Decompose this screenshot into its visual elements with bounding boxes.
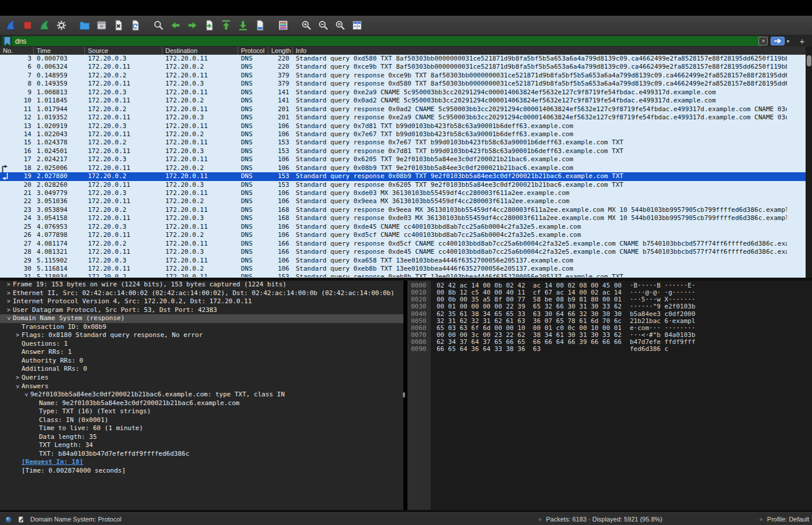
packet-row-21[interactable]: 213.049779172.20.0.3172.20.0.11DNS106Sta… [0, 189, 806, 197]
status-profile[interactable]: Profile: Default [760, 513, 809, 525]
detail-row[interactable]: Additional RRs: 0 [0, 365, 403, 374]
packet-row-18[interactable]: 182.025006172.20.0.11172.20.0.2DNS106Sta… [0, 164, 806, 172]
start-capture-button[interactable] [2, 17, 19, 34]
scrollbar-thumb[interactable] [807, 55, 811, 66]
first-packet-button[interactable] [218, 17, 235, 34]
packet-row-14[interactable]: 141.022043172.20.0.11172.20.0.2DNS106Sta… [0, 130, 806, 139]
detail-row[interactable]: Data length: 35 [0, 433, 403, 442]
packet-row-12[interactable]: 121.019352172.20.0.11172.20.0.3DNS201Sta… [0, 113, 806, 122]
tree-expanded-icon[interactable]: > [13, 382, 22, 391]
packet-row-7[interactable]: 70.148959172.20.0.2172.20.0.11DNS379Stan… [0, 72, 806, 80]
packet-row-15[interactable]: 151.024378172.20.0.2172.20.0.11DNS153Sta… [0, 139, 806, 147]
packet-row-24[interactable]: 243.054158172.20.0.11172.20.0.3DNS168Sta… [0, 214, 806, 222]
detail-row[interactable]: >Domain Name System (response) [0, 314, 403, 323]
save-file-button[interactable] [93, 17, 110, 34]
apply-dropdown-caret[interactable]: ▾ [786, 38, 789, 44]
column-header-time[interactable]: Time [33, 47, 84, 55]
close-file-button[interactable] [110, 17, 127, 34]
detail-row[interactable]: >Answers [0, 382, 403, 391]
column-header-length[interactable]: Length [268, 47, 292, 55]
tree-collapsed-icon[interactable]: > [5, 289, 13, 298]
packet-row-6[interactable]: 60.006324172.20.0.11172.20.0.2DNS220Stan… [0, 63, 806, 71]
packet-row-30[interactable]: 305.116814172.20.0.11172.20.0.2DNS106Sta… [0, 265, 806, 273]
filter-bookmark-icon[interactable] [2, 36, 12, 46]
column-header-destination[interactable]: Destination [162, 47, 237, 55]
detail-row[interactable]: Authority RRs: 0 [0, 357, 403, 366]
detail-row[interactable]: >Frame 19: 153 bytes on wire (1224 bits)… [0, 281, 403, 289]
apply-filter-button[interactable] [771, 37, 785, 45]
detail-link-row[interactable]: [Request In: 18] [0, 458, 403, 467]
tree-expanded-icon[interactable]: > [5, 314, 13, 322]
tree-collapsed-icon[interactable]: > [5, 306, 13, 315]
zoom-in-button[interactable] [298, 17, 315, 34]
resize-columns-button[interactable] [349, 17, 366, 34]
details-scrollbar[interactable] [402, 281, 406, 510]
open-file-button[interactable] [76, 17, 93, 34]
detail-row[interactable]: TXT: b84a0103bb47d7efeffdf9ffffed6d386c [0, 450, 403, 459]
packet-row-28[interactable]: 284.081321172.20.0.11172.20.0.3DNS166Sta… [0, 248, 806, 256]
column-header-info[interactable]: Info [292, 47, 806, 55]
packet-list-scrollbar[interactable] [806, 47, 812, 278]
next-packet-button[interactable] [184, 17, 201, 34]
tree-collapsed-icon[interactable]: > [5, 297, 13, 306]
hex-row-0090[interactable]: 009066 65 64 36 64 33 38 36 63fed6d386 c [407, 346, 812, 353]
zoom-reset-button[interactable] [332, 17, 349, 34]
stop-capture-button[interactable] [19, 17, 36, 34]
packet-row-11[interactable]: 111.017944172.20.0.2172.20.0.11DNS201Sta… [0, 105, 806, 113]
detail-row[interactable]: >9e2f0103bb5a84ee3c0df200021b21bac6.exam… [0, 391, 403, 399]
tree-collapsed-icon[interactable]: > [13, 331, 22, 340]
detail-row[interactable]: Time to live: 60 (1 minute) [0, 424, 403, 433]
detail-row[interactable]: >Internet Protocol Version 4, Src: 172.2… [0, 297, 403, 306]
packet-row-29[interactable]: 295.115902172.20.0.3172.20.0.11DNS106Sta… [0, 257, 806, 265]
detail-row[interactable]: >Flags: 0x8180 Standard query response, … [0, 331, 403, 340]
detail-row[interactable]: Name: 9e2f0103bb5a84ee3c0df200021b21bac6… [0, 399, 403, 408]
find-packet-button[interactable] [150, 17, 167, 34]
previous-packet-button[interactable] [167, 17, 184, 34]
packet-row-31[interactable]: 315.118034172.20.0.2172.20.0.11DNS153Sta… [0, 273, 806, 277]
packet-row-9[interactable]: 91.008813172.20.0.3172.20.0.11DNS141Stan… [0, 88, 806, 97]
packet-row-16[interactable]: 161.024501172.20.0.11172.20.0.3DNS153Sta… [0, 147, 806, 155]
detail-row[interactable]: TXT Length: 34 [0, 441, 403, 450]
display-filter-input[interactable]: dns [2, 36, 762, 46]
tree-expanded-icon[interactable]: > [22, 391, 31, 399]
packet-row-23[interactable]: 233.053894172.20.0.2172.20.0.11DNS168Sta… [0, 206, 806, 214]
column-header-no[interactable]: No. [0, 47, 33, 55]
packet-row-19[interactable]: 192.027880172.20.0.2172.20.0.11DNS153Sta… [0, 172, 806, 180]
packet-row-13[interactable]: 131.020919172.20.0.3172.20.0.11DNS106Sta… [0, 122, 806, 130]
coloring-rules-button[interactable] [275, 17, 292, 34]
packet-row-10[interactable]: 101.011845172.20.0.11172.20.0.2DNS141Sta… [0, 97, 806, 105]
reload-file-button[interactable] [127, 17, 144, 34]
packet-row-22[interactable]: 223.051036172.20.0.11172.20.0.2DNS106Sta… [0, 197, 806, 205]
restart-capture-button[interactable] [36, 17, 53, 34]
add-filter-button[interactable]: + [798, 36, 806, 46]
packet-row-17[interactable]: 172.024217172.20.0.3172.20.0.11DNS106Sta… [0, 155, 806, 164]
packet-row-20[interactable]: 202.028260172.20.0.11172.20.0.3DNS153Sta… [0, 181, 806, 189]
clear-filter-button[interactable]: × [758, 37, 768, 45]
tree-collapsed-icon[interactable]: > [13, 374, 22, 382]
expert-info-icon[interactable] [5, 516, 12, 523]
packet-row-26[interactable]: 264.077898172.20.0.11172.20.0.2DNS106Sta… [0, 231, 806, 239]
detail-row[interactable]: Transaction ID: 0x08b9 [0, 323, 403, 332]
last-packet-button[interactable] [235, 17, 251, 34]
auto-scroll-button[interactable] [251, 17, 268, 34]
hex-row-0030[interactable]: 003000 01 00 00 00 00 22 39 65 32 66 30 … [407, 303, 812, 310]
packet-row-8[interactable]: 80.149359172.20.0.11172.20.0.3DNS379Stan… [0, 80, 806, 88]
capture-comment-icon[interactable] [17, 516, 25, 523]
packet-row-3[interactable]: 30.000703172.20.0.3172.20.0.11DNS220Stan… [0, 55, 806, 63]
hex-row-0040[interactable]: 004062 35 61 38 34 65 65 33 63 30 64 66 … [407, 311, 812, 318]
zoom-out-button[interactable] [315, 17, 332, 34]
detail-row[interactable]: Class: IN (0x0001) [0, 416, 403, 425]
packet-row-25[interactable]: 254.076953172.20.0.3172.20.0.11DNS106Sta… [0, 223, 806, 231]
detail-row[interactable]: >User Datagram Protocol, Src Port: 53, D… [0, 306, 403, 315]
detail-row[interactable]: >Ethernet II, Src: 02:42:ac:14:00:02 (02… [0, 289, 403, 298]
go-to-packet-button[interactable] [201, 17, 218, 34]
detail-row[interactable]: Answer RRs: 1 [0, 348, 403, 357]
column-header-protocol[interactable]: Protocol [237, 47, 268, 55]
column-header-source[interactable]: Source [84, 47, 162, 55]
packet-row-27[interactable]: 274.081174172.20.0.2172.20.0.11DNS166Sta… [0, 240, 806, 248]
capture-options-button[interactable] [53, 17, 70, 34]
tree-collapsed-icon[interactable]: > [5, 281, 13, 289]
detail-row[interactable]: [Time: 0.002874000 seconds] [0, 467, 403, 476]
detail-row[interactable]: >Queries [0, 374, 403, 382]
detail-row[interactable]: Type: TXT (16) (Text strings) [0, 407, 403, 416]
